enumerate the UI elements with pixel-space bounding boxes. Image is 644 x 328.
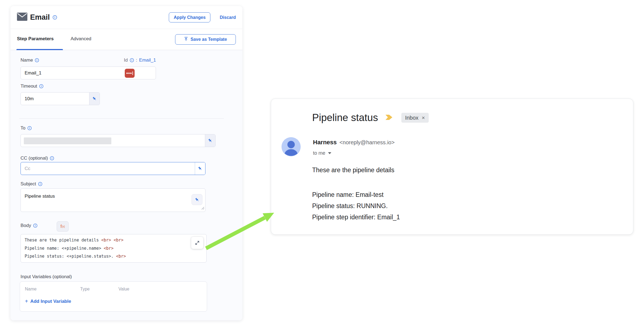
id-info-icon[interactable]	[130, 58, 134, 62]
body-code-line: Pipeline step identifier: <+step.identif…	[25, 261, 202, 263]
password-manager-extension-icon[interactable]	[125, 69, 135, 78]
section-divider	[19, 118, 224, 119]
timeout-pin-button[interactable]	[89, 93, 100, 105]
id-label: Id	[124, 57, 128, 63]
column-header-name: Name	[25, 287, 37, 292]
timeout-input[interactable]: 10m	[21, 92, 100, 105]
step-panel-title: Email	[30, 13, 50, 22]
name-input-value: Email_1	[25, 70, 41, 76]
timeout-label-row: Timeout	[21, 84, 43, 89]
cc-input[interactable]: Cc	[21, 162, 205, 175]
id-colon: :	[136, 57, 137, 63]
step-parameters-form: Name Id : Email_1 Email_1	[10, 50, 242, 320]
cc-info-icon[interactable]	[50, 156, 54, 160]
cc-label: CC (optional)	[21, 156, 48, 161]
resize-handle-icon[interactable]	[201, 206, 204, 211]
subject-input-value: Pipeline status	[25, 194, 55, 199]
subject-label: Subject	[21, 181, 36, 187]
input-variables-table: Name Type Value + Add Input Variable	[20, 281, 207, 312]
expression-fx-button[interactable]: f(x)	[57, 221, 69, 232]
save-as-template-button[interactable]: Save as Template	[175, 34, 236, 45]
email-preview-card: Pipeline status Inbox × Harness <noreply…	[271, 99, 633, 235]
subject-info-icon[interactable]	[38, 182, 42, 186]
body-input[interactable]: These are the pipeline details <br> <br>…	[21, 234, 207, 263]
timeout-input-value: 10m	[25, 96, 34, 102]
name-label-row: Name	[21, 57, 39, 63]
email-body: These are the pipeline detailsPipeline n…	[312, 165, 400, 223]
inbox-label-chip[interactable]: Inbox ×	[401, 113, 429, 123]
sender-email: <noreply@harness.io>	[340, 139, 395, 146]
id-value[interactable]: Email_1	[139, 57, 156, 63]
email-step-config-panel: Email Apply Changes Discard Step Paramet…	[10, 6, 242, 320]
input-variables-label: Input Variables (optional)	[21, 274, 72, 280]
cc-label-row: CC (optional)	[21, 156, 54, 161]
subject-input[interactable]: Pipeline status	[21, 188, 205, 212]
email-body-line: These are the pipeline details	[312, 165, 400, 176]
step-id-row: Id : Email_1	[124, 57, 156, 63]
timeout-label: Timeout	[21, 84, 37, 89]
mail-subject: Pipeline status	[312, 112, 378, 123]
redacted-recipient-value	[24, 137, 111, 144]
name-info-icon[interactable]	[35, 58, 39, 62]
email-body-line: Pipeline status: RUNNING.	[312, 200, 400, 212]
body-label-row: Body f(x)	[21, 223, 37, 228]
chevron-down-icon	[328, 152, 331, 154]
subject-pin-button[interactable]	[192, 194, 202, 205]
body-info-icon[interactable]	[33, 223, 37, 228]
recipient-text: to me	[313, 150, 325, 156]
apply-changes-button[interactable]: Apply Changes	[169, 12, 210, 22]
tab-advanced[interactable]: Advanced	[71, 36, 91, 42]
body-code-line: Pipeline status: <+pipeline.status>. <br…	[25, 252, 202, 261]
timeout-info-icon[interactable]	[39, 84, 43, 88]
to-info-icon[interactable]	[27, 126, 32, 130]
name-input[interactable]: Email_1	[21, 67, 156, 79]
expand-body-button[interactable]	[191, 237, 203, 249]
email-envelope-icon	[17, 13, 27, 22]
cc-pin-button[interactable]	[195, 162, 205, 175]
to-label: To	[21, 125, 25, 131]
step-panel-header: Email Apply Changes Discard	[10, 6, 242, 29]
subject-label-row: Subject	[21, 181, 42, 187]
add-input-variable-button[interactable]: + Add Input Variable	[25, 298, 71, 304]
cc-placeholder: Cc	[25, 166, 30, 171]
header-actions: Apply Changes Discard	[169, 12, 236, 22]
email-body-line: Pipeline name: Email-test	[312, 189, 400, 200]
upload-icon	[184, 37, 188, 42]
email-info-icon[interactable]	[53, 15, 57, 20]
mail-subject-row: Pipeline status Inbox ×	[312, 112, 429, 123]
to-label-row: To	[21, 125, 32, 131]
body-label: Body	[21, 223, 31, 228]
screen: Email Apply Changes Discard Step Paramet…	[0, 0, 644, 328]
recipient-dropdown[interactable]: to me	[313, 150, 331, 156]
step-title-row: Email	[17, 13, 57, 22]
step-tabbar: Step Parameters Advanced Save as Templat…	[10, 29, 242, 50]
inbox-chip-text: Inbox	[405, 115, 419, 121]
column-header-value: Value	[118, 287, 129, 292]
email-body-line	[312, 176, 400, 189]
email-body-line: Pipeline step identifier: Email_1	[312, 212, 400, 223]
inbox-chip-close-icon[interactable]: ×	[422, 115, 425, 121]
sender-row: Harness <noreply@harness.io>	[313, 139, 394, 146]
tab-step-parameters[interactable]: Step Parameters	[17, 36, 54, 42]
body-code-lines: These are the pipeline details <br> <br>…	[25, 236, 202, 263]
discard-button[interactable]: Discard	[220, 15, 236, 20]
to-input[interactable]	[21, 134, 216, 147]
to-pin-button[interactable]	[205, 134, 215, 147]
plus-icon: +	[25, 298, 28, 304]
body-code-line: These are the pipeline details <br> <br>	[25, 236, 202, 244]
name-label: Name	[21, 57, 33, 63]
column-header-type: Type	[80, 287, 90, 292]
body-code-line: Pipeline name: <+pipeline.name> <br>	[25, 244, 202, 253]
sender-avatar	[282, 137, 301, 156]
sender-name: Harness	[313, 139, 337, 146]
important-marker-icon[interactable]	[385, 114, 394, 122]
